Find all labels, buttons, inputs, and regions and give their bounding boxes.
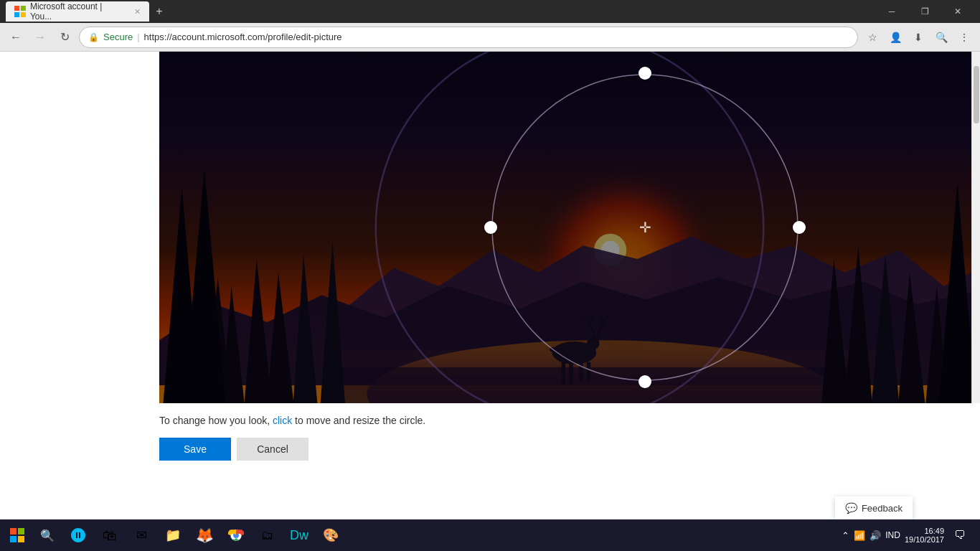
firefox-icon: 🦊 <box>196 527 214 544</box>
taskbar-search[interactable]: 🔍 <box>33 521 62 550</box>
bottom-section: To change how you look, click to move an… <box>159 403 980 472</box>
taskbar-app-files[interactable]: 📁 <box>158 519 188 551</box>
minimize-button[interactable]: ─ <box>875 0 908 23</box>
time-display: 16:49 <box>905 527 944 535</box>
bookmark-button[interactable]: ☆ <box>862 27 882 47</box>
dreamweaver-icon: Dw <box>290 528 308 543</box>
crop-handle-left[interactable] <box>484 221 497 234</box>
refresh-button[interactable]: ↻ <box>55 27 75 47</box>
menu-button[interactable]: ⋮ <box>954 27 974 47</box>
taskbar-app-filezilla[interactable]: 🗂 <box>253 519 283 551</box>
browser-titlebar: Microsoft account | You... ✕ + ─ ❐ ✕ <box>0 0 980 23</box>
instruction-text: To change how you look, click to move an… <box>159 415 980 426</box>
url-separator: | <box>137 32 139 42</box>
scrollbar[interactable] <box>971 52 980 403</box>
crop-handle-right[interactable] <box>793 221 806 234</box>
date-display: 19/10/2017 <box>905 535 944 544</box>
main-content: ✛ To change how you look, click to move … <box>159 52 980 519</box>
svg-rect-0 <box>14 6 19 11</box>
left-margin <box>0 52 159 519</box>
feedback-chat-icon: 💬 <box>845 502 857 514</box>
svg-rect-1 <box>21 6 26 11</box>
move-cursor-icon: ✛ <box>639 219 651 236</box>
browser-controls: ← → ↻ 🔒 Secure | https://account.microso… <box>0 23 980 52</box>
crop-handle-bottom[interactable] <box>639 375 651 388</box>
svg-rect-2 <box>14 12 19 17</box>
files-icon: 📁 <box>165 527 181 543</box>
image-editor[interactable]: ✛ <box>159 52 980 403</box>
taskbar-app-mail[interactable]: ✉ <box>126 519 156 551</box>
tray-expand-icon[interactable]: ⌃ <box>842 530 849 541</box>
url-text: https://account.microsoft.com/profile/ed… <box>144 32 849 42</box>
profile-button[interactable]: 👤 <box>885 27 905 47</box>
extensions-button[interactable]: ⬇ <box>908 27 928 47</box>
page-layout: ✛ To change how you look, click to move … <box>0 52 980 519</box>
extra-app-icon: 🎨 <box>323 527 339 543</box>
browser-actions: ☆ 👤 ⬇ 🔍 ⋮ <box>862 27 974 47</box>
new-tab-button[interactable]: + <box>149 1 169 22</box>
mail-icon: ✉ <box>136 527 147 543</box>
secure-label: Secure <box>103 32 133 42</box>
taskbar: 🔍 🛍 ✉ 📁 🦊 🗂 Dw 🎨 ⌃ 📶 <box>0 519 980 551</box>
active-tab[interactable]: Microsoft account | You... ✕ <box>6 1 149 22</box>
svg-rect-3 <box>21 12 26 17</box>
crop-handle-top[interactable] <box>639 67 651 80</box>
taskbar-app-edge[interactable] <box>63 519 93 551</box>
back-button[interactable]: ← <box>6 27 26 47</box>
tab-favicon <box>14 6 26 17</box>
search-icon: 🔍 <box>40 529 55 542</box>
forward-button[interactable]: → <box>30 27 50 47</box>
system-tray: ⌃ 📶 🔊 IND 16:49 19/10/2017 🗨 <box>842 519 977 551</box>
tab-bar: Microsoft account | You... ✕ + <box>6 1 169 22</box>
crop-container: ✛ <box>491 73 799 382</box>
clock[interactable]: 16:49 19/10/2017 <box>905 527 944 544</box>
address-bar[interactable]: 🔒 Secure | https://account.microsoft.com… <box>79 27 858 48</box>
notification-center[interactable]: 🗨 <box>948 519 971 551</box>
volume-icon[interactable]: 🔊 <box>870 530 881 541</box>
close-tab-icon[interactable]: ✕ <box>134 7 141 17</box>
svg-point-48 <box>492 75 798 380</box>
crop-circle-svg <box>491 73 799 382</box>
filezilla-icon: 🗂 <box>261 528 274 543</box>
taskbar-app-store[interactable]: 🛍 <box>95 519 125 551</box>
taskbar-app-dreamweaver[interactable]: Dw <box>284 519 314 551</box>
magnify-button[interactable]: 🔍 <box>931 27 951 47</box>
scrollbar-thumb[interactable] <box>974 66 979 123</box>
network-icon[interactable]: 📶 <box>854 530 865 541</box>
notification-icon: 🗨 <box>954 529 966 542</box>
cancel-button[interactable]: Cancel <box>237 438 308 461</box>
feedback-label: Feedback <box>862 503 903 514</box>
tab-title: Microsoft account | You... <box>30 1 126 22</box>
button-row: Save Cancel <box>159 438 980 461</box>
taskbar-app-firefox[interactable]: 🦊 <box>189 519 220 551</box>
crop-area: ✛ <box>319 52 971 403</box>
click-link[interactable]: click <box>273 415 292 426</box>
restore-button[interactable]: ❐ <box>908 0 941 23</box>
chrome-icon <box>228 527 244 543</box>
taskbar-app-chrome[interactable] <box>221 519 251 551</box>
store-icon: 🛍 <box>103 527 117 544</box>
locale-label[interactable]: IND <box>885 530 900 540</box>
feedback-button[interactable]: 💬 Feedback <box>835 496 913 519</box>
window-controls: ─ ❐ ✕ <box>875 0 974 23</box>
save-button[interactable]: Save <box>159 438 231 461</box>
secure-icon: 🔒 <box>88 32 99 42</box>
taskbar-app-extra[interactable]: 🎨 <box>316 519 346 551</box>
close-button[interactable]: ✕ <box>941 0 974 23</box>
start-button[interactable] <box>3 521 32 550</box>
edge-icon <box>70 527 87 544</box>
